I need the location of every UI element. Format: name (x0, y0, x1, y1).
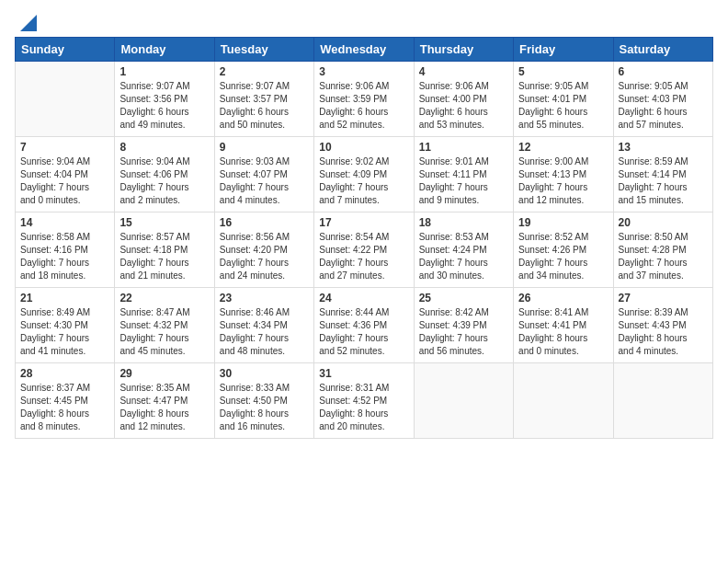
day-number: 25 (419, 292, 508, 304)
calendar-cell: 24Sunrise: 8:44 AM Sunset: 4:36 PM Dayli… (314, 288, 414, 363)
day-info: Sunrise: 9:07 AM Sunset: 3:56 PM Dayligh… (119, 80, 209, 132)
calendar-week-row: 28Sunrise: 8:37 AM Sunset: 4:45 PM Dayli… (16, 363, 713, 439)
day-number: 1 (119, 65, 209, 78)
calendar-cell: 16Sunrise: 8:56 AM Sunset: 4:20 PM Dayli… (214, 213, 313, 288)
calendar-cell (16, 62, 115, 137)
day-info: Sunrise: 8:46 AM Sunset: 4:34 PM Dayligh… (220, 306, 309, 358)
day-number: 15 (119, 216, 209, 229)
calendar-cell: 12Sunrise: 9:00 AM Sunset: 4:13 PM Dayli… (514, 137, 613, 213)
day-number: 23 (220, 292, 309, 304)
calendar-cell: 3Sunrise: 9:06 AM Sunset: 3:59 PM Daylig… (314, 62, 414, 137)
day-info: Sunrise: 8:42 AM Sunset: 4:39 PM Dayligh… (419, 306, 508, 358)
day-info: Sunrise: 8:53 AM Sunset: 4:24 PM Dayligh… (419, 231, 508, 282)
day-info: Sunrise: 8:52 AM Sunset: 4:26 PM Dayligh… (518, 231, 608, 282)
day-number: 9 (220, 141, 309, 154)
calendar-cell: 4Sunrise: 9:06 AM Sunset: 4:00 PM Daylig… (414, 62, 513, 137)
calendar-cell: 5Sunrise: 9:05 AM Sunset: 4:01 PM Daylig… (514, 62, 613, 137)
calendar-cell: 20Sunrise: 8:50 AM Sunset: 4:28 PM Dayli… (613, 213, 712, 288)
day-info: Sunrise: 8:44 AM Sunset: 4:36 PM Dayligh… (319, 306, 408, 358)
day-number: 26 (518, 292, 608, 304)
calendar-cell: 8Sunrise: 9:04 AM Sunset: 4:06 PM Daylig… (115, 137, 214, 213)
calendar-day-header: Sunday (16, 38, 115, 62)
day-number: 16 (220, 216, 309, 229)
calendar-cell: 18Sunrise: 8:53 AM Sunset: 4:24 PM Dayli… (414, 213, 513, 288)
day-info: Sunrise: 8:49 AM Sunset: 4:30 PM Dayligh… (20, 306, 109, 358)
day-info: Sunrise: 9:04 AM Sunset: 4:04 PM Dayligh… (20, 155, 109, 207)
calendar-cell (514, 363, 613, 439)
page: SundayMondayTuesdayWednesdayThursdayFrid… (0, 0, 728, 563)
calendar-cell: 9Sunrise: 9:03 AM Sunset: 4:07 PM Daylig… (214, 137, 313, 213)
day-info: Sunrise: 8:59 AM Sunset: 4:14 PM Dayligh… (619, 155, 708, 207)
day-info: Sunrise: 8:37 AM Sunset: 4:45 PM Dayligh… (20, 382, 109, 433)
day-info: Sunrise: 8:31 AM Sunset: 4:52 PM Dayligh… (319, 382, 408, 433)
calendar-cell: 19Sunrise: 8:52 AM Sunset: 4:26 PM Dayli… (514, 213, 613, 288)
calendar-cell: 26Sunrise: 8:41 AM Sunset: 4:41 PM Dayli… (514, 288, 613, 363)
svg-marker-0 (20, 15, 37, 31)
day-info: Sunrise: 9:06 AM Sunset: 3:59 PM Dayligh… (319, 80, 408, 132)
calendar-cell: 1Sunrise: 9:07 AM Sunset: 3:56 PM Daylig… (115, 62, 214, 137)
day-info: Sunrise: 9:06 AM Sunset: 4:00 PM Dayligh… (419, 80, 508, 132)
day-number: 22 (119, 292, 209, 304)
calendar-cell: 2Sunrise: 9:07 AM Sunset: 3:57 PM Daylig… (214, 62, 313, 137)
day-number: 5 (518, 65, 608, 78)
calendar-cell: 28Sunrise: 8:37 AM Sunset: 4:45 PM Dayli… (16, 363, 115, 439)
day-info: Sunrise: 9:05 AM Sunset: 4:01 PM Dayligh… (518, 80, 608, 132)
day-number: 27 (619, 292, 708, 304)
calendar-cell: 21Sunrise: 8:49 AM Sunset: 4:30 PM Dayli… (16, 288, 115, 363)
calendar-day-header: Tuesday (214, 38, 313, 62)
day-info: Sunrise: 9:04 AM Sunset: 4:06 PM Dayligh… (119, 155, 209, 207)
header (15, 15, 713, 28)
day-info: Sunrise: 8:50 AM Sunset: 4:28 PM Dayligh… (619, 231, 708, 282)
day-number: 8 (119, 141, 209, 154)
calendar-cell: 7Sunrise: 9:04 AM Sunset: 4:04 PM Daylig… (16, 137, 115, 213)
day-number: 7 (20, 141, 109, 154)
day-number: 10 (319, 141, 408, 154)
calendar-cell: 31Sunrise: 8:31 AM Sunset: 4:52 PM Dayli… (314, 363, 414, 439)
day-number: 2 (220, 65, 309, 78)
day-number: 31 (319, 367, 408, 380)
day-number: 21 (20, 292, 109, 304)
day-number: 17 (319, 216, 408, 229)
day-info: Sunrise: 8:56 AM Sunset: 4:20 PM Dayligh… (220, 231, 309, 282)
day-number: 18 (419, 216, 508, 229)
day-info: Sunrise: 8:58 AM Sunset: 4:16 PM Dayligh… (20, 231, 109, 282)
calendar-cell: 27Sunrise: 8:39 AM Sunset: 4:43 PM Dayli… (613, 288, 712, 363)
calendar-cell: 14Sunrise: 8:58 AM Sunset: 4:16 PM Dayli… (16, 213, 115, 288)
day-info: Sunrise: 8:39 AM Sunset: 4:43 PM Dayligh… (619, 306, 708, 358)
day-number: 3 (319, 65, 408, 78)
day-info: Sunrise: 8:57 AM Sunset: 4:18 PM Dayligh… (119, 231, 209, 282)
calendar-day-header: Thursday (414, 38, 513, 62)
day-number: 11 (419, 141, 508, 154)
calendar-cell: 29Sunrise: 8:35 AM Sunset: 4:47 PM Dayli… (115, 363, 214, 439)
day-number: 29 (119, 367, 209, 380)
day-number: 6 (619, 65, 708, 78)
calendar-cell: 15Sunrise: 8:57 AM Sunset: 4:18 PM Dayli… (115, 213, 214, 288)
day-info: Sunrise: 9:05 AM Sunset: 4:03 PM Dayligh… (619, 80, 708, 132)
calendar-cell: 13Sunrise: 8:59 AM Sunset: 4:14 PM Dayli… (613, 137, 712, 213)
day-number: 20 (619, 216, 708, 229)
day-info: Sunrise: 9:00 AM Sunset: 4:13 PM Dayligh… (518, 155, 608, 207)
day-info: Sunrise: 9:01 AM Sunset: 4:11 PM Dayligh… (419, 155, 508, 207)
day-info: Sunrise: 8:47 AM Sunset: 4:32 PM Dayligh… (119, 306, 209, 358)
calendar-cell: 17Sunrise: 8:54 AM Sunset: 4:22 PM Dayli… (314, 213, 414, 288)
day-number: 24 (319, 292, 408, 304)
calendar-cell: 11Sunrise: 9:01 AM Sunset: 4:11 PM Dayli… (414, 137, 513, 213)
calendar-cell: 23Sunrise: 8:46 AM Sunset: 4:34 PM Dayli… (214, 288, 313, 363)
calendar-week-row: 21Sunrise: 8:49 AM Sunset: 4:30 PM Dayli… (16, 288, 713, 363)
day-number: 14 (20, 216, 109, 229)
day-number: 12 (518, 141, 608, 154)
day-number: 30 (220, 367, 309, 380)
logo-icon (17, 15, 37, 31)
calendar-cell: 22Sunrise: 8:47 AM Sunset: 4:32 PM Dayli… (115, 288, 214, 363)
calendar-day-header: Friday (514, 38, 613, 62)
calendar-day-header: Saturday (613, 38, 712, 62)
calendar-cell: 6Sunrise: 9:05 AM Sunset: 4:03 PM Daylig… (613, 62, 712, 137)
day-info: Sunrise: 8:54 AM Sunset: 4:22 PM Dayligh… (319, 231, 408, 282)
calendar-week-row: 7Sunrise: 9:04 AM Sunset: 4:04 PM Daylig… (16, 137, 713, 213)
calendar-cell (414, 363, 513, 439)
day-info: Sunrise: 8:41 AM Sunset: 4:41 PM Dayligh… (518, 306, 608, 358)
calendar-cell: 10Sunrise: 9:02 AM Sunset: 4:09 PM Dayli… (314, 137, 414, 213)
calendar-week-row: 14Sunrise: 8:58 AM Sunset: 4:16 PM Dayli… (16, 213, 713, 288)
calendar-cell: 25Sunrise: 8:42 AM Sunset: 4:39 PM Dayli… (414, 288, 513, 363)
calendar-cell: 30Sunrise: 8:33 AM Sunset: 4:50 PM Dayli… (214, 363, 313, 439)
